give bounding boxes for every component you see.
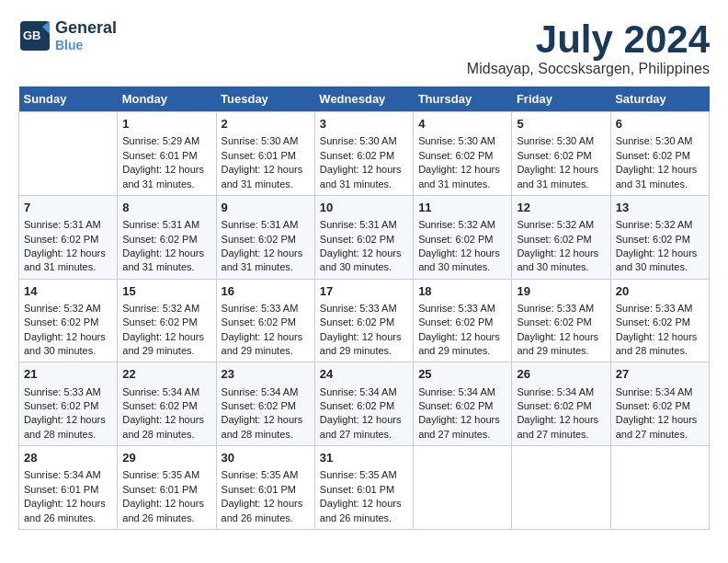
day-info-line: Sunrise: 5:35 AM (320, 468, 408, 482)
day-info-line: Sunset: 6:02 PM (24, 316, 112, 329)
day-cell (512, 446, 610, 530)
day-info-line: Sunset: 6:01 PM (122, 149, 210, 163)
day-info-line: Daylight: 12 hours (517, 247, 605, 260)
day-cell: 13Sunrise: 5:32 AMSunset: 6:02 PMDayligh… (610, 195, 709, 279)
day-info-line: Sunrise: 5:33 AM (517, 302, 605, 316)
day-info-line: Sunset: 6:02 PM (222, 399, 310, 413)
day-info-line: Daylight: 12 hours (24, 330, 112, 344)
day-info-line: and 28 minutes. (222, 428, 310, 442)
day-cell: 14Sunrise: 5:32 AMSunset: 6:02 PMDayligh… (19, 279, 118, 362)
day-info-line: and 31 minutes. (517, 178, 605, 191)
day-number: 12 (517, 200, 605, 216)
day-info-line: Sunrise: 5:32 AM (122, 302, 210, 316)
day-info-line: Daylight: 12 hours (418, 163, 506, 177)
day-info-line: Sunset: 6:01 PM (320, 483, 408, 497)
day-info-line: Sunrise: 5:34 AM (418, 385, 506, 399)
day-info-line: Sunset: 6:02 PM (122, 399, 210, 413)
day-info-line: Daylight: 12 hours (222, 497, 310, 511)
day-info-line: and 29 minutes. (517, 344, 605, 358)
day-info-line: Daylight: 12 hours (122, 247, 210, 260)
day-cell: 30Sunrise: 5:35 AMSunset: 6:01 PMDayligh… (216, 446, 314, 530)
day-info-line: Daylight: 12 hours (320, 330, 408, 344)
day-cell (19, 112, 118, 196)
title-block: July 2024 Midsayap, Soccsksargen, Philip… (467, 18, 710, 77)
day-number: 13 (616, 200, 704, 216)
day-info-line: Sunrise: 5:32 AM (24, 302, 112, 316)
day-info-line: Daylight: 12 hours (418, 247, 506, 260)
day-cell: 31Sunrise: 5:35 AMSunset: 6:01 PMDayligh… (314, 446, 413, 530)
day-info-line: and 27 minutes. (418, 428, 506, 442)
day-info-line: Sunrise: 5:33 AM (418, 302, 506, 316)
day-number: 19 (517, 283, 605, 300)
day-info-line: Sunset: 6:01 PM (222, 483, 310, 497)
day-info-line: Sunset: 6:02 PM (517, 316, 605, 329)
day-cell: 20Sunrise: 5:33 AMSunset: 6:02 PMDayligh… (610, 279, 709, 362)
day-info-line: and 30 minutes. (616, 260, 704, 274)
day-info-line: Sunset: 6:02 PM (320, 316, 408, 329)
day-info-line: Daylight: 12 hours (517, 330, 605, 344)
week-row-1: 1Sunrise: 5:29 AMSunset: 6:01 PMDaylight… (19, 112, 710, 196)
day-info-line: Daylight: 12 hours (517, 413, 605, 427)
day-info-line: Daylight: 12 hours (24, 413, 112, 427)
day-info-line: and 26 minutes. (222, 511, 310, 525)
day-number: 6 (616, 116, 704, 132)
day-info-line: Sunrise: 5:33 AM (616, 302, 704, 316)
day-number: 16 (222, 283, 310, 300)
week-row-4: 21Sunrise: 5:33 AMSunset: 6:02 PMDayligh… (19, 362, 710, 446)
day-number: 4 (418, 116, 506, 132)
header-sunday: Sunday (19, 86, 118, 112)
day-info-line: Daylight: 12 hours (616, 413, 704, 427)
day-number: 5 (517, 116, 605, 132)
day-number: 15 (122, 283, 210, 300)
day-info-line: Sunset: 6:02 PM (517, 149, 605, 163)
day-info-line: Daylight: 12 hours (122, 163, 210, 177)
day-info-line: Sunset: 6:02 PM (24, 399, 112, 413)
day-info-line: Sunrise: 5:31 AM (222, 218, 310, 232)
day-info-line: and 29 minutes. (320, 344, 408, 358)
day-cell: 16Sunrise: 5:33 AMSunset: 6:02 PMDayligh… (216, 279, 314, 362)
day-info-line: and 28 minutes. (24, 428, 112, 442)
day-cell: 5Sunrise: 5:30 AMSunset: 6:02 PMDaylight… (512, 112, 610, 196)
day-info-line: Daylight: 12 hours (122, 330, 210, 344)
day-number: 31 (320, 450, 408, 466)
day-cell: 25Sunrise: 5:34 AMSunset: 6:02 PMDayligh… (414, 362, 512, 446)
day-cell: 17Sunrise: 5:33 AMSunset: 6:02 PMDayligh… (314, 279, 413, 362)
day-info-line: and 29 minutes. (122, 344, 210, 358)
day-cell: 29Sunrise: 5:35 AMSunset: 6:01 PMDayligh… (118, 446, 216, 530)
day-info-line: Sunset: 6:01 PM (222, 149, 310, 163)
month-year-title: July 2024 (467, 18, 710, 61)
day-info-line: Sunset: 6:02 PM (320, 149, 408, 163)
day-number: 22 (122, 366, 210, 383)
week-row-3: 14Sunrise: 5:32 AMSunset: 6:02 PMDayligh… (19, 279, 710, 362)
day-info-line: Sunset: 6:02 PM (122, 233, 210, 247)
day-cell: 19Sunrise: 5:33 AMSunset: 6:02 PMDayligh… (512, 279, 610, 362)
day-cell: 4Sunrise: 5:30 AMSunset: 6:02 PMDaylight… (414, 112, 512, 196)
day-info-line: and 31 minutes. (320, 178, 408, 191)
day-cell: 3Sunrise: 5:30 AMSunset: 6:02 PMDaylight… (314, 112, 413, 196)
day-cell: 10Sunrise: 5:31 AMSunset: 6:02 PMDayligh… (314, 195, 413, 279)
calendar-table: SundayMondayTuesdayWednesdayThursdayFrid… (18, 86, 710, 530)
day-info-line: Sunset: 6:02 PM (616, 316, 704, 329)
day-number: 25 (418, 366, 506, 383)
svg-text:GB: GB (23, 29, 41, 42)
day-cell: 27Sunrise: 5:34 AMSunset: 6:02 PMDayligh… (610, 362, 709, 446)
day-cell: 8Sunrise: 5:31 AMSunset: 6:02 PMDaylight… (118, 195, 216, 279)
day-info-line: Sunrise: 5:32 AM (418, 218, 506, 232)
day-info-line: and 26 minutes. (24, 511, 112, 525)
day-info-line: Sunrise: 5:35 AM (222, 468, 310, 482)
day-number: 30 (222, 450, 310, 466)
logo-blue: Blue (55, 38, 117, 52)
day-cell: 6Sunrise: 5:30 AMSunset: 6:02 PMDaylight… (610, 112, 709, 196)
day-info-line: and 26 minutes. (122, 511, 210, 525)
day-info-line: Daylight: 12 hours (122, 413, 210, 427)
day-info-line: and 30 minutes. (320, 260, 408, 274)
day-info-line: Sunset: 6:02 PM (222, 316, 310, 329)
day-info-line: Sunrise: 5:30 AM (616, 134, 704, 148)
day-info-line: Sunset: 6:02 PM (320, 233, 408, 247)
day-info-line: Daylight: 12 hours (222, 163, 310, 177)
day-info-line: Sunset: 6:02 PM (616, 149, 704, 163)
day-info-line: Sunrise: 5:34 AM (517, 385, 605, 399)
day-cell: 1Sunrise: 5:29 AMSunset: 6:01 PMDaylight… (118, 112, 216, 196)
day-cell: 22Sunrise: 5:34 AMSunset: 6:02 PMDayligh… (118, 362, 216, 446)
day-info-line: and 27 minutes. (320, 428, 408, 442)
